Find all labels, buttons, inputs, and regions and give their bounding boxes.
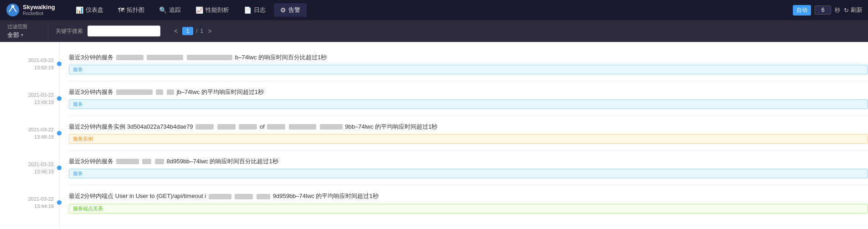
content-area: 2021-03-22 13:52:19 2021-03-22 13:49:19 … <box>0 42 868 229</box>
search-label: 关键字搜索 <box>56 27 83 35</box>
alert-tag-1: 服务 <box>69 99 868 109</box>
nav-item-performance[interactable]: 📈 性能剖析 <box>189 3 236 17</box>
nav-item-trace[interactable]: 🔍 追踪 <box>153 3 187 17</box>
nav-item-log[interactable]: 📄 日志 <box>237 3 272 17</box>
redacted-block <box>235 194 253 199</box>
redacted-block <box>257 194 270 199</box>
filter-scope-section: 过滤范围 全部 ▾ <box>7 23 48 39</box>
time-dot-4 <box>57 200 62 205</box>
time-text-4: 2021-03-22 13:44:16 <box>28 195 59 210</box>
alert-item-2: 最近2分钟内服务实例 3d504a022a734b4dae79 of 9bb–7… <box>69 116 868 151</box>
trace-icon: 🔍 <box>159 6 167 14</box>
alert-tag-2: 服务实例 <box>69 134 868 144</box>
time-entry-1: 2021-03-22 13:49:19 <box>0 81 59 116</box>
alert-tag-3: 服务 <box>69 169 868 178</box>
redacted-block <box>116 89 153 95</box>
alert-item-3: 最近3分钟的服务 8d959bb–74lwc 的响应时间百分比超过1秒 服务 <box>69 151 868 185</box>
alert-icon: ⚙ <box>280 6 286 14</box>
sec-label: 秒 <box>835 6 840 14</box>
alerts-container: 最近3分钟的服务 b–74lwc 的响应时间百分比超过1秒 服务 最近3分钟内服… <box>59 42 868 229</box>
redacted-block <box>155 159 164 164</box>
redacted-block <box>195 124 214 130</box>
refresh-button[interactable]: ↻ 刷新 <box>844 6 863 14</box>
prev-page-button[interactable]: < <box>172 27 180 35</box>
time-entry-3: 2021-03-22 13:46:19 <box>0 151 59 185</box>
nav-item-dashboard[interactable]: 📊 仪表盘 <box>69 3 110 17</box>
alert-title-2: 最近2分钟内服务实例 3d504a022a734b4dae79 of 9bb–7… <box>69 122 868 132</box>
refresh-icon: ↻ <box>844 7 849 14</box>
refresh-interval-input[interactable] <box>815 5 831 15</box>
filter-bar: 过滤范围 全部 ▾ 关键字搜索 < 1 / 1 > <box>0 20 868 42</box>
filter-scope-row[interactable]: 全部 ▾ <box>7 31 41 39</box>
timeline-sidebar: 2021-03-22 13:52:19 2021-03-22 13:49:19 … <box>0 42 59 229</box>
chevron-down-icon: ▾ <box>21 32 23 37</box>
alert-tag-0: 服务 <box>69 65 868 74</box>
filter-scope-value: 全部 <box>7 31 19 39</box>
redacted-block <box>289 124 316 130</box>
alert-title-0: 最近3分钟的服务 b–74lwc 的响应时间百分比超过1秒 <box>69 53 868 62</box>
redacted-block <box>239 124 257 130</box>
time-entry-4: 2021-03-22 13:44:16 <box>0 185 59 220</box>
alert-tag-4: 服务端点关系 <box>69 204 868 213</box>
dashboard-icon: 📊 <box>76 6 83 14</box>
time-text-2: 2021-03-22 13:48:19 <box>28 126 59 141</box>
search-section: 关键字搜索 < 1 / 1 > <box>48 26 868 36</box>
alert-item-0: 最近3分钟的服务 b–74lwc 的响应时间百分比超过1秒 服务 <box>69 47 868 81</box>
time-dot-2 <box>57 131 62 135</box>
nav-item-alert[interactable]: ⚙ 告警 <box>274 3 307 17</box>
redacted-block <box>142 159 151 164</box>
nav-items: 📊 仪表盘 🗺 拓扑图 🔍 追踪 📈 性能剖析 📄 日志 ⚙ 告警 <box>69 3 793 17</box>
svg-point-1 <box>11 5 14 8</box>
redacted-block <box>116 159 139 164</box>
alert-title-1: 最近3分钟内服务 jb–74lwc 的平均响应时间超过1秒 <box>69 88 868 97</box>
logo-text: Skywalking Rocketbot <box>23 4 55 16</box>
redacted-block <box>116 55 144 60</box>
redacted-block <box>167 89 174 95</box>
redacted-block <box>147 55 183 60</box>
topology-icon: 🗺 <box>118 6 124 14</box>
next-page-button[interactable]: > <box>206 27 213 35</box>
redacted-block <box>209 194 231 199</box>
filter-scope-label: 过滤范围 <box>7 23 41 30</box>
time-dot-0 <box>57 62 62 66</box>
redacted-block <box>187 55 232 60</box>
time-dot-3 <box>57 166 62 170</box>
page-separator: / <box>196 28 197 34</box>
nav-right: 自动 秒 ↻ 刷新 <box>793 5 863 16</box>
redacted-block <box>267 124 285 130</box>
time-text-1: 2021-03-22 13:49:19 <box>28 91 59 106</box>
search-input[interactable] <box>87 26 160 36</box>
alert-title-4: 最近2分钟内端点 User in User to (GET)/api/timeo… <box>69 192 868 201</box>
auto-button[interactable]: 自动 <box>793 5 811 16</box>
time-entry-2: 2021-03-22 13:48:19 <box>0 116 59 151</box>
alert-title-3: 最近3分钟的服务 8d959bb–74lwc 的响应时间百分比超过1秒 <box>69 157 868 167</box>
top-navigation: Skywalking Rocketbot 📊 仪表盘 🗺 拓扑图 🔍 追踪 📈 … <box>0 0 868 20</box>
logo: Skywalking Rocketbot <box>5 3 60 17</box>
redacted-block <box>217 124 236 130</box>
redacted-block <box>156 89 163 95</box>
current-page: 1 <box>182 27 193 35</box>
log-icon: 📄 <box>244 6 252 14</box>
pagination: < 1 / 1 > <box>172 27 213 35</box>
performance-icon: 📈 <box>195 6 203 14</box>
nav-item-topology[interactable]: 🗺 拓扑图 <box>112 3 151 17</box>
alert-item-1: 最近3分钟内服务 jb–74lwc 的平均响应时间超过1秒 服务 <box>69 81 868 116</box>
time-text-0: 2021-03-22 13:52:19 <box>28 57 59 72</box>
total-pages: 1 <box>200 28 204 34</box>
alert-item-4: 最近2分钟内端点 User in User to (GET)/api/timeo… <box>69 185 868 220</box>
redacted-block <box>320 124 343 130</box>
logo-icon <box>5 3 20 17</box>
time-text-3: 2021-03-22 13:46:19 <box>28 161 59 176</box>
time-entry-0: 2021-03-22 13:52:19 <box>0 47 59 81</box>
time-dot-1 <box>57 96 62 101</box>
